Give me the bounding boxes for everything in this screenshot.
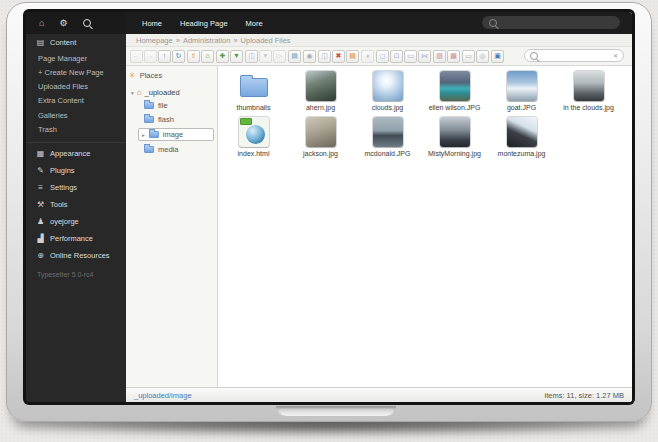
sidebar-section-content[interactable]: ▤Content	[26, 34, 126, 51]
sidebar-section-appearance[interactable]: ▦Appearance	[26, 145, 126, 162]
tree-folder-file[interactable]: file	[144, 100, 214, 111]
sidebar-menu: ▤ContentPage Manager+ Create New PageUpl…	[26, 34, 126, 264]
back-button[interactable]: ←	[130, 50, 143, 63]
file-thumbnail	[239, 117, 269, 147]
sidebar-item-extra-content[interactable]: Extra Content	[26, 94, 126, 108]
nav-link-more[interactable]: More	[246, 19, 263, 28]
file-item-ellen-wilson-jpg[interactable]: ellen wilson.JPG	[421, 71, 488, 117]
toolbar-group: ▭◎	[462, 50, 489, 63]
tree-folder-flash[interactable]: flash	[144, 114, 214, 125]
parent-dir-button[interactable]: ⇧	[187, 50, 200, 63]
sidebar-divider	[26, 142, 126, 143]
file-item-in-the-clouds-jpg[interactable]: in the clouds.jpg	[555, 71, 622, 117]
search-icon[interactable]	[83, 19, 91, 27]
crop-button[interactable]: ▭	[404, 50, 417, 63]
sidebar-section-online-resources[interactable]: ⊕Online Resources	[26, 247, 126, 264]
file-item-clouds-jpg[interactable]: clouds.jpg	[354, 71, 421, 117]
list-view-button[interactable]: ▭	[462, 50, 475, 63]
gear-icon[interactable]: ⚙	[59, 19, 67, 28]
view-button[interactable]: ◉	[303, 50, 316, 63]
trash-button[interactable]: ▣	[491, 50, 504, 63]
file-item-jackson-jpg[interactable]: jackson.jpg	[287, 117, 354, 163]
toolbar-group: ▨▩	[433, 50, 460, 63]
file-item-thumbnails[interactable]: thumbnails	[220, 71, 287, 117]
preview-button[interactable]: ▷	[273, 50, 286, 63]
file-name-label: MistyMorning.jpg	[427, 150, 482, 158]
sidebar-section-performance[interactable]: ▟Performance	[26, 230, 126, 247]
sidebar-item-galleries[interactable]: Galleries	[26, 109, 126, 123]
file-manager-toolbar: ←→↑↻⇧⌂✚▼◫▼▷▤◉◫✖▤●◻⊡▭⋈▨▩▭◎▣ ✕	[126, 47, 632, 66]
sidebar-item-page-manager[interactable]: Page Manager	[26, 52, 126, 66]
file-item-goat-jpg[interactable]: goat.JPG	[488, 71, 555, 117]
folder-tree: fileflash▸imagemedia	[129, 100, 214, 155]
file-name-label: jackson.jpg	[302, 150, 339, 158]
file-thumbnail	[574, 71, 604, 101]
tree-root-uploaded[interactable]: ▾ ⌂ _uploaded	[131, 88, 214, 97]
file-thumbnail	[306, 71, 336, 101]
breadcrumb-separator: »	[176, 36, 180, 45]
sidebar-item--create-new-page[interactable]: + Create New Page	[26, 66, 126, 80]
nav-links: HomeHeading PageMore	[142, 19, 263, 28]
site-search-box[interactable]	[482, 16, 620, 29]
sidebar-section-label: Online Resources	[50, 251, 110, 260]
tree-folder-media[interactable]: media	[144, 144, 214, 155]
file-item-index-html[interactable]: index.html	[220, 117, 287, 163]
save-copy-button[interactable]: ▼	[259, 50, 272, 63]
sidebar-item-trash[interactable]: Trash	[26, 123, 126, 137]
folder-icon	[144, 102, 154, 109]
toolbar-group: ✚▼	[216, 50, 243, 63]
sidebar-section-settings[interactable]: ≡Settings	[26, 179, 126, 196]
root-dir-button[interactable]: ⌂	[201, 50, 214, 63]
permissions-button[interactable]: ●	[361, 50, 374, 63]
archive-button[interactable]: ▤	[288, 50, 301, 63]
breadcrumb-part[interactable]: Homepage	[136, 36, 173, 45]
new-file-button[interactable]: ◻	[376, 50, 389, 63]
refresh-button[interactable]: ↻	[172, 50, 185, 63]
nav-link-heading-page[interactable]: Heading Page	[180, 19, 228, 28]
paste-button[interactable]: ▤	[346, 50, 359, 63]
select-button[interactable]: ⊡	[390, 50, 403, 63]
expander-open-icon[interactable]: ▾	[131, 90, 134, 96]
thumb-large-button[interactable]: ▩	[447, 50, 460, 63]
folder-label: image	[163, 130, 183, 139]
thumb-small-button[interactable]: ▨	[433, 50, 446, 63]
nav-link-home[interactable]: Home	[142, 19, 162, 28]
options-button[interactable]: ◎	[476, 50, 489, 63]
file-name-label: montezuma.jpg	[497, 150, 547, 158]
breadcrumb-part[interactable]: Administration	[183, 36, 231, 45]
copy-button[interactable]: ◫	[318, 50, 331, 63]
current-path-link[interactable]: _uploaded/image	[134, 391, 192, 400]
tree-folder-image[interactable]: ▸image	[138, 128, 214, 141]
expander-closed-icon[interactable]: ▸	[142, 132, 145, 138]
sidebar-section-tools[interactable]: ⚒Tools	[26, 196, 126, 213]
desktop-background: ⌂ ⚙ ▤ContentPage Manager+ Create New Pag…	[0, 0, 658, 442]
delete-button[interactable]: ✖	[332, 50, 345, 63]
sidebar-section-oyejorge[interactable]: ♟oyejorge	[26, 213, 126, 230]
file-name-label: mcdonald.JPG	[364, 150, 412, 158]
up-button[interactable]: ↑	[158, 50, 171, 63]
file-name-label: thumbnails	[236, 104, 272, 112]
file-thumbnail	[440, 117, 470, 147]
resize-button[interactable]: ⋈	[418, 50, 431, 63]
upload-button[interactable]: ✚	[216, 50, 229, 63]
sidebar-item-uploaded-files[interactable]: Uploaded Files	[26, 80, 126, 94]
breadcrumb-part[interactable]: Uploaded Files	[241, 36, 291, 45]
save-button[interactable]: ▼	[230, 50, 243, 63]
folder-icon	[144, 146, 154, 153]
file-item-montezuma-jpg[interactable]: montezuma.jpg	[488, 117, 555, 163]
import-button[interactable]: ◫	[245, 50, 258, 63]
forward-button[interactable]: →	[144, 50, 157, 63]
file-item-ahern-jpg[interactable]: ahern.jpg	[287, 71, 354, 117]
file-item-mcdonald-jpg[interactable]: mcdonald.JPG	[354, 117, 421, 163]
home-icon[interactable]: ⌂	[39, 19, 44, 28]
file-grid: thumbnailsahern.jpgclouds.jpgellen wilso…	[218, 66, 632, 387]
sidebar-section-plugins[interactable]: ✎Plugins	[26, 162, 126, 179]
document-icon: ▤	[36, 38, 45, 47]
file-thumbnail	[373, 117, 403, 147]
clear-search-icon[interactable]: ✕	[613, 52, 618, 59]
file-item-mistymorning-jpg[interactable]: MistyMorning.jpg	[421, 117, 488, 163]
file-search-input[interactable]: ✕	[524, 49, 624, 62]
toolbar-group: ◉	[303, 50, 316, 63]
folder-icon	[239, 71, 269, 101]
admin-sidebar: ⌂ ⚙ ▤ContentPage Manager+ Create New Pag…	[26, 12, 126, 402]
